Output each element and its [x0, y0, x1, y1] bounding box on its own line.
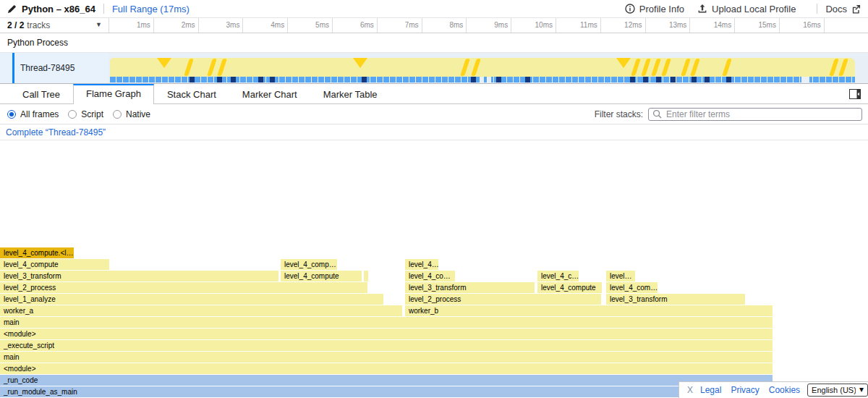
marker-triangle-icon	[616, 58, 631, 68]
ruler-tick: 12ms	[601, 18, 646, 33]
marker-slash-icon	[184, 59, 194, 76]
tab-marker-chart[interactable]: Marker Chart	[229, 84, 310, 103]
sidebar-toggle-icon[interactable]	[849, 89, 861, 99]
flame-bar[interactable]: level_2_process	[0, 282, 367, 293]
flame-bar[interactable]: <module>	[0, 363, 773, 374]
tab-flame-graph[interactable]: Flame Graph	[73, 84, 154, 104]
radio-all-frames[interactable]: All frames	[7, 109, 59, 119]
thread-name: Thread-78495	[20, 63, 75, 73]
radio-label: Script	[81, 109, 103, 119]
cpu-busy-segment	[270, 77, 275, 82]
cpu-busy-segment	[525, 77, 530, 82]
profile-info-label: Profile Info	[639, 4, 684, 14]
flame-bar[interactable]: level…	[606, 271, 635, 281]
ruler-tick: 6ms	[333, 18, 378, 33]
thread-label-cell[interactable]: Thread-78495	[0, 53, 109, 83]
track-thread[interactable]: Thread-78495	[0, 53, 868, 84]
upload-profile-button[interactable]: Upload Local Profile	[697, 4, 796, 14]
marker-slash-icon	[217, 59, 227, 76]
flame-graph[interactable]: level_4_compute.<l…level_4_computelevel_…	[0, 140, 868, 398]
flame-bar[interactable]: worker_b	[405, 305, 773, 316]
flame-bar[interactable]: level_4_compute	[537, 282, 602, 293]
flame-bar[interactable]: level_4_comp…	[281, 259, 337, 270]
tracks-summary-button[interactable]: 2 / 2 tracks ▼	[0, 18, 109, 33]
filter-searchbox	[648, 108, 862, 121]
timeline-ruler[interactable]: 2 / 2 tracks ▼ 1ms2ms3ms4ms5ms6ms7ms8ms9…	[0, 18, 868, 33]
flame-bar[interactable]: level_4_compute	[281, 271, 362, 281]
tab-marker-table[interactable]: Marker Table	[310, 84, 391, 103]
cpu-busy-segment	[190, 77, 195, 82]
flame-bar[interactable]: level_4_co…	[405, 271, 455, 281]
frame-filter-group: All framesScriptNative	[0, 109, 150, 119]
language-select[interactable]: English (US)	[807, 384, 868, 397]
flame-bar[interactable]: level_4_com…	[606, 282, 658, 293]
full-range-button[interactable]: Full Range (17ms)	[112, 4, 190, 14]
flame-bar[interactable]: level_3_transform	[0, 271, 278, 281]
docs-link[interactable]: Docs	[825, 4, 861, 14]
ruler-tick: 1ms	[109, 18, 154, 33]
radio-button[interactable]	[113, 110, 122, 119]
flame-bar[interactable]: level_3_transform	[606, 294, 745, 305]
ruler-tick: 15ms	[735, 18, 780, 33]
track-python-process[interactable]: Python Process	[0, 33, 868, 53]
flame-bar[interactable]: _execute_script	[0, 340, 773, 351]
footer-links: LegalPrivacyCookies	[700, 385, 800, 395]
footer-link-legal[interactable]: Legal	[700, 385, 721, 395]
filter-stacks: Filter stacks:	[595, 108, 862, 121]
flame-bar[interactable]: level_4…	[405, 259, 438, 270]
flame-bar[interactable]: level_3_transform	[405, 282, 535, 293]
footer-close-button[interactable]: X	[687, 385, 693, 395]
profile-info-button[interactable]: Profile Info	[625, 4, 684, 14]
marker-slash-icon	[207, 59, 217, 76]
ruler-tick: 16ms	[780, 18, 825, 33]
cpu-busy-segment	[643, 77, 648, 82]
breadcrumb-complete-thread[interactable]: Complete “Thread-78495”	[6, 127, 106, 137]
tab-call-tree[interactable]: Call Tree	[9, 84, 73, 103]
profile-title: Python – x86_64	[22, 4, 95, 14]
footer-link-privacy[interactable]: Privacy	[731, 385, 759, 395]
ruler-tick: 11ms	[556, 18, 601, 33]
flame-bar[interactable]	[364, 271, 368, 281]
filter-stacks-input[interactable]	[648, 108, 862, 121]
external-link-icon	[851, 4, 861, 14]
marker-slash-icon	[460, 59, 470, 76]
cpu-idle-gap	[488, 77, 491, 82]
radio-button[interactable]	[7, 110, 16, 119]
radio-native[interactable]: Native	[113, 109, 150, 119]
tracks-dropdown-icon[interactable]: ▼	[95, 21, 102, 28]
flame-bar[interactable]: main	[0, 317, 773, 328]
edit-profile-name-icon[interactable]	[7, 4, 17, 14]
flame-bar[interactable]: <module>	[0, 329, 773, 339]
flame-bar[interactable]: _run_module_as_main	[0, 386, 773, 397]
flame-bar[interactable]: _run_code	[0, 375, 773, 386]
radio-button[interactable]	[68, 110, 77, 119]
tab-stack-chart[interactable]: Stack Chart	[154, 84, 229, 103]
cpu-busy-segment	[692, 77, 697, 82]
track-activity-graph[interactable]	[110, 58, 855, 77]
tracks-word: tracks	[27, 20, 50, 30]
flame-bar[interactable]: level_4_c…	[537, 271, 579, 281]
profiler-window: Python – x86_64 Full Range (17ms) Profil…	[0, 0, 868, 398]
cpu-busy-segment	[471, 77, 476, 82]
marker-slash-icon	[838, 59, 848, 76]
flame-bar[interactable]: level_2_process	[405, 294, 601, 305]
radio-script[interactable]: Script	[68, 109, 103, 119]
ruler-tick: 2ms	[154, 18, 199, 33]
track-graph-cell[interactable]	[109, 53, 868, 83]
flame-bar[interactable]: main	[0, 352, 773, 363]
marker-slash-icon	[681, 59, 691, 76]
search-icon	[652, 109, 662, 119]
flame-bar[interactable]: level_4_compute	[0, 259, 109, 270]
cpu-idle-gap	[480, 77, 484, 82]
cpu-busy-segment	[231, 77, 236, 82]
info-icon	[625, 4, 635, 14]
ruler-tick: 5ms	[288, 18, 333, 33]
footer-link-cookies[interactable]: Cookies	[769, 385, 800, 395]
ruler-ticks: 1ms2ms3ms4ms5ms6ms7ms8ms9ms10ms11ms12ms1…	[109, 18, 868, 33]
activity-strip[interactable]	[110, 77, 855, 82]
flame-bar[interactable]: worker_a	[0, 305, 402, 316]
cpu-busy-segment	[496, 77, 501, 82]
flame-bar[interactable]: level_4_compute.<l…	[0, 247, 74, 258]
marker-slash-icon	[471, 59, 481, 76]
flame-bar[interactable]: level_1_analyze	[0, 294, 383, 305]
